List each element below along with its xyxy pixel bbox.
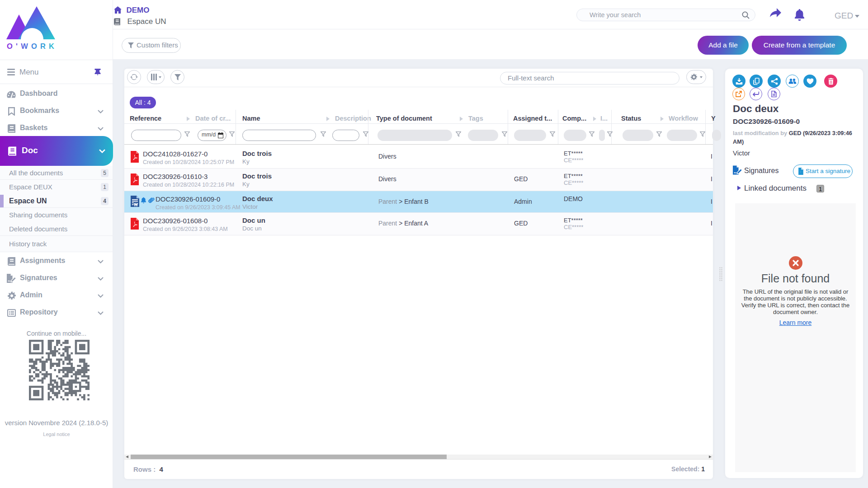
- svg-text:O'WORK: O'WORK: [7, 42, 57, 50]
